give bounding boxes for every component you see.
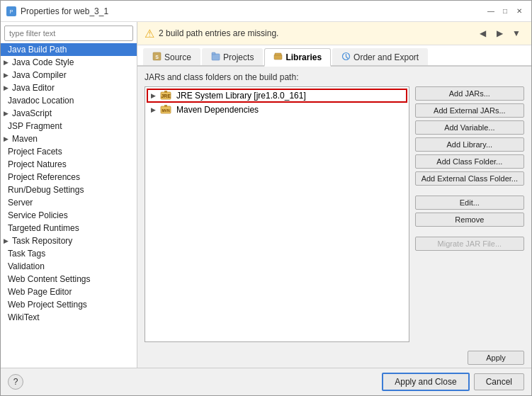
maven-icon: MVN bbox=[160, 104, 171, 115]
sidebar-item-java-code-style[interactable]: ▶ Java Code Style bbox=[1, 56, 137, 69]
sidebar-label: Run/Debug Settings bbox=[8, 185, 84, 195]
close-button[interactable]: ✕ bbox=[513, 5, 526, 18]
tab-libraries[interactable]: Libraries bbox=[264, 48, 331, 67]
sidebar-label: Web Content Settings bbox=[8, 274, 91, 284]
add-class-folder-button[interactable]: Add Class Folder... bbox=[415, 154, 524, 169]
sidebar-item-java-compiler[interactable]: ▶ Java Compiler bbox=[1, 69, 137, 81]
warning-icon: ⚠ bbox=[145, 27, 154, 40]
sidebar-label: Project References bbox=[8, 172, 80, 182]
sidebar-item-task-tags[interactable]: Task Tags bbox=[1, 247, 137, 260]
minimize-button[interactable]: — bbox=[485, 5, 497, 18]
sidebar-item-server[interactable]: Server bbox=[1, 196, 137, 209]
window-title: Properties for web_3_1 bbox=[21, 6, 108, 16]
projects-tab-icon bbox=[211, 52, 220, 62]
sidebar-label: Java Code Style bbox=[12, 57, 74, 67]
sidebar-label: Server bbox=[8, 198, 33, 208]
sidebar-label: JSP Fragment bbox=[8, 121, 62, 131]
add-external-jars-button[interactable]: Add External JARs... bbox=[415, 103, 524, 118]
sidebar-label: Validation bbox=[8, 261, 45, 271]
build-path-list[interactable]: ▶ JRE JRE System Library [jre1.8.0_161] bbox=[145, 86, 409, 342]
add-library-button[interactable]: Add Library... bbox=[415, 137, 524, 152]
action-buttons: Add JARs... Add External JARs... Add Var… bbox=[415, 86, 524, 342]
content-area: Java Build Path ▶ Java Code Style ▶ Java… bbox=[1, 22, 531, 368]
main-panel: ⚠ 2 build path entries are missing. ◀ ▶ … bbox=[137, 22, 531, 368]
sidebar-item-wikitext[interactable]: WikiText bbox=[1, 311, 137, 324]
sidebar-item-web-content-settings[interactable]: Web Content Settings bbox=[1, 273, 137, 285]
sidebar-item-java-build-path[interactable]: Java Build Path bbox=[1, 43, 137, 56]
jre-item-label: JRE System Library [jre1.8.0_161] bbox=[176, 91, 306, 101]
sidebar-item-java-editor[interactable]: ▶ Java Editor bbox=[1, 81, 137, 94]
filter-input[interactable] bbox=[4, 26, 133, 41]
expand-arrow-jre: ▶ bbox=[151, 92, 156, 99]
expand-arrow-maven: ▶ bbox=[151, 106, 156, 113]
tab-order-and-export[interactable]: Order and Export bbox=[332, 48, 428, 65]
bottom-right-buttons: Apply and Close Cancel bbox=[382, 373, 524, 391]
list-item-jre[interactable]: ▶ JRE JRE System Library [jre1.8.0_161] bbox=[147, 89, 407, 103]
sidebar-item-targeted-runtimes[interactable]: Targeted Runtimes bbox=[1, 222, 137, 234]
edit-button[interactable]: Edit... bbox=[415, 196, 524, 210]
maven-item-label: Maven Dependencies bbox=[176, 105, 259, 115]
main-window: P Properties for web_3_1 — □ ✕ Java Buil… bbox=[0, 0, 532, 396]
arrow-icon: ▶ bbox=[4, 110, 9, 117]
sidebar-item-validation[interactable]: Validation bbox=[1, 260, 137, 273]
apply-button[interactable]: Apply bbox=[468, 351, 524, 365]
add-variable-button[interactable]: Add Variable... bbox=[415, 120, 524, 135]
sidebar-item-task-repository[interactable]: ▶ Task Repository bbox=[1, 234, 137, 247]
sidebar-label: Targeted Runtimes bbox=[8, 223, 79, 233]
apply-row: Apply bbox=[137, 348, 531, 368]
remove-button[interactable]: Remove bbox=[415, 213, 524, 227]
svg-rect-5 bbox=[212, 52, 215, 55]
sidebar-item-web-page-editor[interactable]: Web Page Editor bbox=[1, 285, 137, 298]
sidebar-label: Java Build Path bbox=[8, 45, 67, 55]
panel-label: JARs and class folders on the build path… bbox=[145, 72, 524, 82]
warning-nav: ◀ ▶ ▼ bbox=[475, 26, 524, 41]
nav-forward-button[interactable]: ▶ bbox=[492, 26, 507, 41]
source-tab-icon: S bbox=[152, 52, 162, 62]
sidebar-item-javascript[interactable]: ▶ JavaScript bbox=[1, 107, 137, 120]
sidebar-list: Java Build Path ▶ Java Code Style ▶ Java… bbox=[1, 43, 137, 368]
svg-text:JRE: JRE bbox=[161, 94, 171, 98]
tab-projects[interactable]: Projects bbox=[202, 48, 263, 65]
sidebar-item-javadoc-location[interactable]: Javadoc Location bbox=[1, 94, 137, 107]
sidebar-label: Service Policies bbox=[8, 210, 68, 220]
cancel-button[interactable]: Cancel bbox=[474, 373, 524, 390]
svg-text:P: P bbox=[10, 9, 13, 14]
sidebar-label: Javadoc Location bbox=[8, 96, 74, 106]
sidebar-item-project-facets[interactable]: Project Facets bbox=[1, 145, 137, 158]
apply-and-close-button[interactable]: Apply and Close bbox=[382, 373, 469, 391]
nav-dropdown-button[interactable]: ▼ bbox=[509, 26, 524, 41]
svg-text:S: S bbox=[155, 55, 159, 60]
svg-line-10 bbox=[346, 57, 349, 59]
panel-content: JARs and class folders on the build path… bbox=[137, 67, 531, 348]
svg-rect-7 bbox=[275, 53, 281, 55]
list-item-maven[interactable]: ▶ MVN Maven Dependencies bbox=[147, 103, 407, 117]
arrow-icon: ▶ bbox=[4, 84, 9, 91]
sidebar-label: Maven bbox=[12, 134, 38, 144]
sidebar-label: Web Project Settings bbox=[8, 300, 87, 310]
sidebar-item-web-project-settings[interactable]: Web Project Settings bbox=[1, 298, 137, 311]
sidebar-item-maven[interactable]: ▶ Maven bbox=[1, 132, 137, 145]
libraries-tab-icon bbox=[273, 52, 283, 62]
sidebar-item-project-natures[interactable]: Project Natures bbox=[1, 158, 137, 171]
sidebar-item-project-references[interactable]: Project References bbox=[1, 171, 137, 183]
add-external-class-folder-button[interactable]: Add External Class Folder... bbox=[415, 171, 524, 186]
maximize-button[interactable]: □ bbox=[499, 5, 511, 18]
nav-back-button[interactable]: ◀ bbox=[475, 26, 490, 41]
add-jars-button[interactable]: Add JARs... bbox=[415, 86, 524, 101]
tab-source[interactable]: S Source bbox=[143, 48, 200, 65]
help-button[interactable]: ? bbox=[8, 374, 23, 390]
tab-libraries-label: Libraries bbox=[285, 52, 322, 62]
jre-icon: JRE bbox=[160, 90, 171, 101]
svg-text:MVN: MVN bbox=[162, 108, 170, 113]
svg-rect-16 bbox=[164, 105, 167, 107]
order-tab-icon bbox=[341, 52, 351, 62]
arrow-icon: ▶ bbox=[4, 135, 9, 142]
svg-rect-13 bbox=[164, 91, 167, 93]
sidebar: Java Build Path ▶ Java Code Style ▶ Java… bbox=[1, 22, 137, 368]
sidebar-label: Project Natures bbox=[8, 159, 67, 169]
sidebar-item-run-debug-settings[interactable]: Run/Debug Settings bbox=[1, 183, 137, 196]
migrate-jar-button[interactable]: Migrate JAR File... bbox=[415, 237, 524, 251]
sidebar-item-service-policies[interactable]: Service Policies bbox=[1, 209, 137, 222]
sidebar-label: Java Compiler bbox=[12, 70, 67, 80]
sidebar-item-jsp-fragment[interactable]: JSP Fragment bbox=[1, 120, 137, 132]
